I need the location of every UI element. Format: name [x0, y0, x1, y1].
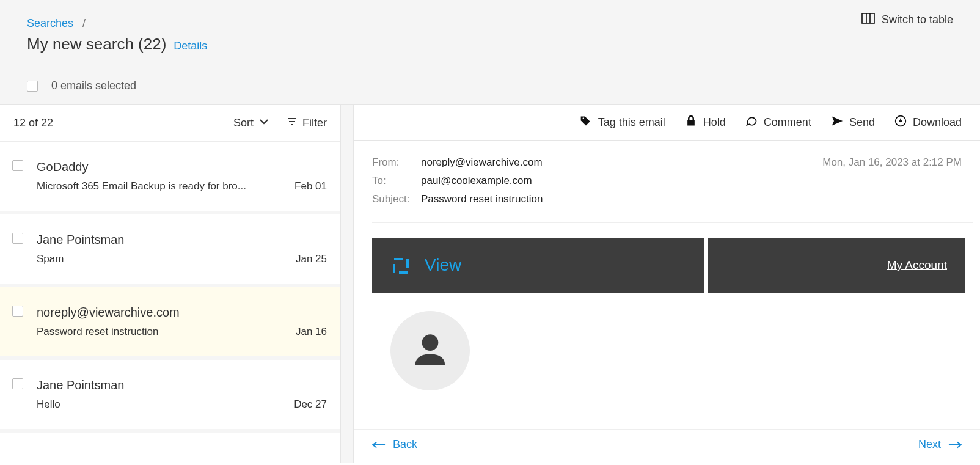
send-icon: [831, 115, 843, 130]
filter-button[interactable]: Filter: [287, 116, 327, 130]
download-button[interactable]: Download: [894, 115, 962, 130]
email-checkbox[interactable]: [12, 378, 23, 389]
email-subject: Hello: [37, 398, 284, 411]
tag-label: Tag this email: [598, 116, 665, 129]
chevron-down-icon: [258, 116, 269, 130]
tag-icon: [580, 115, 592, 130]
sort-button[interactable]: Sort: [233, 116, 269, 130]
select-all-checkbox[interactable]: [27, 81, 38, 92]
email-date: Jan 25: [286, 253, 327, 265]
breadcrumb-root-link[interactable]: Searches: [27, 17, 73, 29]
email-checkbox[interactable]: [12, 233, 23, 244]
list-item[interactable]: Jane PointsmanSpamJan 25: [0, 214, 340, 287]
from-label: From:: [372, 156, 421, 169]
lock-icon: [685, 115, 697, 130]
send-label: Send: [849, 116, 875, 129]
next-label: Next: [918, 438, 941, 451]
page-title: My new search (22): [27, 35, 166, 54]
tag-button[interactable]: Tag this email: [580, 115, 665, 130]
switch-to-table-label: Switch to table: [882, 13, 953, 26]
subject-value: Password reset instruction: [421, 193, 543, 205]
brand-name: View: [425, 255, 461, 275]
next-button[interactable]: Next: [918, 438, 962, 451]
switch-to-table-button[interactable]: Switch to table: [861, 11, 953, 29]
send-button[interactable]: Send: [831, 115, 875, 130]
email-banner: View My Account: [372, 238, 965, 293]
back-button[interactable]: Back: [372, 438, 417, 451]
table-icon: [861, 11, 876, 29]
email-date: Feb 01: [285, 180, 327, 192]
email-sender: Jane Pointsman: [37, 378, 327, 392]
to-label: To:: [372, 175, 421, 187]
sort-label: Sort: [233, 117, 254, 130]
breadcrumb: Searches /: [27, 17, 953, 30]
email-date: Dec 27: [284, 398, 327, 411]
back-label: Back: [393, 438, 417, 451]
comment-button[interactable]: Comment: [745, 115, 811, 130]
timestamp: Mon, Jan 16, 2023 at 2:12 PM: [543, 156, 962, 169]
email-list[interactable]: GoDaddyMicrosoft 365 Email Backup is rea…: [0, 142, 340, 463]
hold-label: Hold: [703, 116, 726, 129]
comment-label: Comment: [764, 116, 811, 129]
email-subject: Spam: [37, 253, 286, 265]
list-counter: 12 of 22: [13, 117, 53, 130]
email-checkbox[interactable]: [12, 306, 23, 317]
comment-icon: [745, 115, 758, 130]
download-icon: [894, 115, 907, 130]
brand-logo-icon: [390, 252, 415, 279]
download-label: Download: [913, 116, 962, 129]
filter-icon: [287, 116, 298, 130]
list-item[interactable]: GoDaddyMicrosoft 365 Email Backup is rea…: [0, 142, 340, 214]
email-subject: Microsoft 365 Email Backup is ready for …: [37, 180, 285, 192]
to-value: paul@coolexample.com: [421, 175, 532, 187]
details-link[interactable]: Details: [174, 40, 207, 53]
svg-rect-0: [862, 13, 874, 23]
email-sender: Jane Pointsman: [37, 233, 327, 247]
avatar: [390, 311, 470, 390]
email-date: Jan 16: [286, 326, 327, 338]
list-item[interactable]: Jane PointsmanHelloDec 27: [0, 360, 340, 433]
my-account-link[interactable]: My Account: [887, 258, 947, 272]
email-detail-pane: Tag this email Hold Comment Send Downloa…: [353, 105, 980, 463]
header: Switch to table Searches / My new search…: [0, 0, 980, 105]
subject-label: Subject:: [372, 193, 421, 205]
hold-button[interactable]: Hold: [685, 115, 726, 130]
breadcrumb-separator: /: [82, 17, 86, 29]
email-sender: GoDaddy: [37, 160, 327, 174]
email-checkbox[interactable]: [12, 160, 23, 171]
filter-label: Filter: [302, 117, 327, 130]
from-value: noreply@viewarchive.com: [421, 156, 543, 169]
email-body[interactable]: View My Account: [372, 222, 973, 429]
email-sender: noreply@viewarchive.com: [37, 306, 327, 320]
email-list-pane: 12 of 22 Sort Filter GoDaddyMicrosoft 36…: [0, 105, 341, 463]
list-item[interactable]: noreply@viewarchive.comPassword reset in…: [0, 287, 340, 360]
email-subject: Password reset instruction: [37, 326, 286, 338]
selected-count-label: 0 emails selected: [51, 79, 136, 92]
